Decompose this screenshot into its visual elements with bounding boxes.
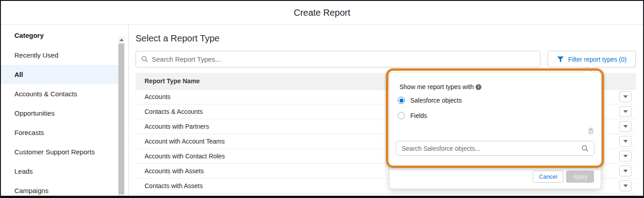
sidebar-item-forecasts[interactable]: Forecasts	[1, 123, 119, 142]
page-title: Create Report	[294, 8, 350, 18]
chevron-down-icon	[623, 95, 628, 98]
chevron-down-icon	[623, 110, 628, 113]
row-actions-button[interactable]	[619, 91, 631, 102]
scroll-up-icon	[120, 39, 123, 41]
radio-selected-icon[interactable]	[398, 97, 405, 104]
filter-button-label: Filter report types (0)	[568, 56, 627, 63]
row-actions-button[interactable]	[619, 166, 631, 176]
column-header-report-type-name: Report Type Name	[145, 77, 200, 85]
category-list: Recently Used All Accounts & Contacts Op…	[1, 45, 128, 196]
clear-filters-button[interactable]	[588, 127, 594, 134]
row-actions-button[interactable]	[619, 180, 631, 191]
modal-header: Create Report	[1, 1, 643, 25]
info-icon[interactable]: i	[476, 84, 481, 90]
sidebar-item-customer-support[interactable]: Customer Support Reports	[1, 142, 119, 162]
search-report-types-input[interactable]	[152, 55, 535, 63]
chevron-down-icon	[623, 155, 628, 158]
create-report-modal: Create Report Category Recently Used All…	[0, 0, 644, 198]
row-actions-button[interactable]	[619, 136, 631, 147]
sidebar-item-accounts-contacts[interactable]: Accounts & Contacts	[1, 84, 119, 104]
salesforce-object-search[interactable]	[396, 141, 594, 156]
popover-title-row: Show me report types with i	[399, 83, 481, 90]
chevron-down-icon	[623, 140, 628, 143]
scrollbar-thumb[interactable]	[118, 44, 124, 194]
report-type-search[interactable]	[136, 51, 540, 68]
sidebar-scrollbar[interactable]	[118, 36, 124, 196]
search-icon	[581, 145, 589, 152]
sidebar-item-campaigns[interactable]: Campaigns	[1, 181, 119, 196]
filter-report-types-button[interactable]: Filter report types (0)	[548, 51, 636, 68]
sidebar-header: Category	[1, 25, 128, 41]
radio-unselected-icon[interactable]	[398, 112, 405, 119]
sidebar-item-leads[interactable]: Leads	[1, 162, 119, 181]
cancel-button[interactable]: Cancel	[533, 171, 563, 183]
apply-button[interactable]: Apply	[566, 171, 594, 183]
trash-icon	[588, 127, 594, 134]
sidebar-item-recently-used[interactable]: Recently Used	[1, 45, 119, 65]
chevron-down-icon	[623, 170, 628, 172]
sidebar-item-opportunities[interactable]: Opportunities	[1, 104, 119, 123]
row-actions-button[interactable]	[619, 121, 631, 132]
popover-title: Show me report types with	[399, 83, 474, 90]
sidebar-item-all[interactable]: All	[1, 65, 119, 84]
chevron-down-icon	[623, 184, 628, 187]
scroll-up-button[interactable]	[118, 36, 124, 43]
section-heading: Select a Report Type	[136, 33, 636, 44]
chevron-down-icon	[623, 125, 628, 128]
row-actions-button[interactable]	[619, 106, 631, 117]
radio-option-fields[interactable]: Fields	[398, 112, 427, 119]
radio-label: Fields	[410, 112, 427, 119]
radio-label: Salesforce objects	[410, 97, 462, 104]
radio-option-salesforce-objects[interactable]: Salesforce objects	[398, 97, 462, 104]
search-icon	[141, 56, 148, 63]
filter-funnel-icon	[557, 56, 564, 62]
filter-popover: Show me report types with i Salesforce o…	[389, 72, 601, 189]
row-actions-button[interactable]	[619, 151, 631, 162]
search-salesforce-objects-input[interactable]	[402, 145, 581, 152]
category-sidebar: Category Recently Used All Accounts & Co…	[1, 25, 129, 196]
